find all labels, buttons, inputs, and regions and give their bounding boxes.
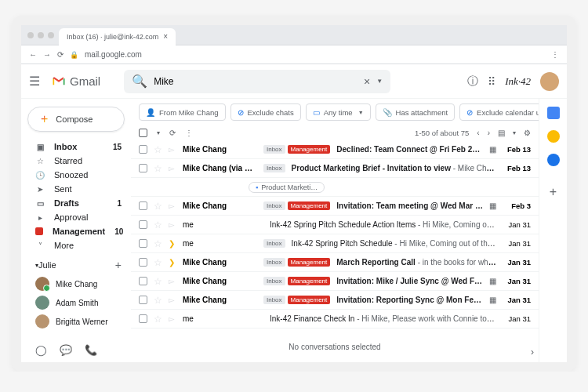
row-checkbox[interactable] xyxy=(139,239,147,248)
apps-grid-icon[interactable]: ⠿ xyxy=(488,75,495,88)
settings-gear-icon[interactable]: ⚙ xyxy=(524,129,531,137)
next-page-icon[interactable]: › xyxy=(488,129,490,137)
help-icon[interactable]: ⓘ xyxy=(467,74,478,89)
importance-icon[interactable]: ▻ xyxy=(169,145,176,154)
star-icon[interactable]: ☆ xyxy=(154,314,162,325)
star-icon[interactable]: ☆ xyxy=(154,144,162,155)
nav-label: Approval xyxy=(54,212,88,222)
expand-panel-icon[interactable]: › xyxy=(531,347,534,358)
email-row[interactable]: ☆▻Mike ChangInboxManagementDeclined: Tea… xyxy=(131,140,539,159)
importance-icon[interactable]: ❯ xyxy=(169,258,176,267)
star-icon[interactable]: ☆ xyxy=(154,295,162,306)
label-inbox: Inbox xyxy=(263,277,285,285)
row-checkbox[interactable] xyxy=(139,220,147,229)
row-checkbox[interactable] xyxy=(139,258,147,267)
attachment-chip[interactable]: ▪Product Marketi… xyxy=(249,182,325,193)
email-row[interactable]: ☆▻Mike ChangInboxManagementInvitation: M… xyxy=(131,272,539,291)
email-row[interactable]: ☆▻Mike ChangInboxManagementInvitation: R… xyxy=(131,291,539,310)
importance-icon[interactable]: ▻ xyxy=(169,277,176,285)
chip-label: Has attachment xyxy=(396,108,448,117)
importance-icon[interactable]: ▻ xyxy=(169,314,176,323)
hangouts-phone-icon[interactable]: 📞 xyxy=(85,344,97,356)
reload-icon[interactable]: ⟳ xyxy=(57,50,64,59)
hangouts-chat-icon[interactable]: 💬 xyxy=(60,344,72,356)
importance-icon[interactable]: ▻ xyxy=(169,296,176,304)
contact-item[interactable]: Adam Smith xyxy=(21,293,131,312)
star-icon[interactable]: ☆ xyxy=(154,257,162,268)
importance-icon[interactable]: ▻ xyxy=(169,164,176,172)
account-avatar[interactable] xyxy=(540,72,559,91)
hangouts-person-icon[interactable]: ◯ xyxy=(35,344,47,356)
new-chat-icon[interactable]: + xyxy=(115,259,122,271)
hamburger-icon[interactable]: ☰ xyxy=(29,74,43,89)
filter-chip[interactable]: ▭Any time▼ xyxy=(306,103,371,121)
star-icon[interactable]: ☆ xyxy=(154,220,162,230)
gmail-logo[interactable]: Gmail xyxy=(51,74,100,89)
filter-chip[interactable]: ⊘Exclude calendar updates xyxy=(459,103,539,121)
forward-icon[interactable]: → xyxy=(43,50,51,59)
browser-menu-icon[interactable]: ⋮ xyxy=(551,50,559,59)
refresh-icon[interactable]: ⟳ xyxy=(169,129,176,137)
label-inbox: Inbox xyxy=(263,296,285,304)
more-actions-icon[interactable]: ⋮ xyxy=(185,129,193,137)
filter-chip[interactable]: 👤From Mike Chang xyxy=(139,103,226,121)
row-checkbox[interactable] xyxy=(139,296,147,304)
prev-page-icon[interactable]: ‹ xyxy=(477,129,479,137)
row-checkbox[interactable] xyxy=(139,277,147,285)
star-icon[interactable]: ☆ xyxy=(154,276,162,287)
star-icon[interactable]: ☆ xyxy=(154,238,162,249)
search-options-icon[interactable]: ▼ xyxy=(376,78,383,85)
select-caret-icon[interactable]: ▾ xyxy=(157,129,160,136)
email-row[interactable]: ☆▻Mike ChangInboxManagementInvitation: T… xyxy=(131,197,539,216)
nav-item-starred[interactable]: ☆Starred xyxy=(21,154,131,168)
calendar-icon: ▦ xyxy=(489,277,496,285)
email-row[interactable]: ☆▻meInk-42 Finance Check In - Hi Mike, P… xyxy=(131,310,539,328)
clear-search-icon[interactable]: × xyxy=(364,75,370,88)
contact-item[interactable]: Mike Chang xyxy=(21,274,131,293)
star-icon[interactable]: ☆ xyxy=(154,163,162,174)
keep-addon-icon[interactable] xyxy=(547,130,560,143)
select-all-checkbox[interactable] xyxy=(139,129,147,137)
calendar-addon-icon[interactable] xyxy=(547,107,560,119)
split-caret-icon[interactable]: ▾ xyxy=(513,129,516,136)
importance-icon[interactable]: ▻ xyxy=(169,220,176,229)
addons-plus-icon[interactable]: + xyxy=(550,185,557,199)
filter-chip[interactable]: ⊘Exclude chats xyxy=(230,103,301,121)
nav-item-snoozed[interactable]: 🕒Snoozed xyxy=(21,168,131,182)
nav-item-approval[interactable]: ▸Approval xyxy=(21,210,131,224)
tasks-addon-icon[interactable] xyxy=(547,154,560,166)
compose-label: Compose xyxy=(56,114,93,124)
email-row[interactable]: ☆▻meInk-42 Spring Pitch Schedule Action … xyxy=(131,216,539,234)
nav-item-more[interactable]: ˅More xyxy=(21,238,131,252)
filter-chip[interactable]: 📎Has attachment xyxy=(376,103,456,121)
email-row[interactable]: ☆▻Mike Chang (via Goo…InboxProduct Marke… xyxy=(131,159,539,178)
row-checkbox[interactable] xyxy=(139,201,147,210)
row-checkbox[interactable] xyxy=(139,314,147,323)
nav-item-management[interactable]: Management10 xyxy=(21,224,131,238)
email-row[interactable]: ☆❯meInboxInk-42 Spring Pitch Schedule - … xyxy=(131,234,539,253)
importance-icon[interactable]: ▻ xyxy=(169,201,176,210)
row-checkbox[interactable] xyxy=(139,164,147,172)
compose-button[interactable]: + Compose xyxy=(27,107,125,132)
row-checkbox[interactable] xyxy=(139,145,147,154)
browser-url-bar: ← → ⟳ 🔒 mail.google.com ⋮ xyxy=(21,45,567,64)
sender: Mike Chang xyxy=(183,277,257,285)
browser-tab[interactable]: Inbox (16) · julie@ink-42.com × xyxy=(59,28,176,45)
star-icon[interactable]: ☆ xyxy=(154,201,162,212)
email-row[interactable]: ☆❯Mike ChangInboxManagementMarch Reporti… xyxy=(131,253,539,272)
nav-item-sent[interactable]: ➤Sent xyxy=(21,182,131,196)
split-pane-icon[interactable]: ▤ xyxy=(498,129,505,137)
search-box[interactable]: 🔍 × ▼ xyxy=(124,70,390,93)
contact-item[interactable]: Brigitta Werner xyxy=(21,312,131,331)
sender: Mike Chang xyxy=(183,201,257,210)
nav-item-inbox[interactable]: ▣Inbox15 xyxy=(21,140,131,154)
window-controls[interactable] xyxy=(27,32,54,38)
nav-item-drafts[interactable]: ▭Drafts1 xyxy=(21,196,131,210)
search-input[interactable] xyxy=(154,76,358,87)
importance-icon[interactable]: ❯ xyxy=(169,239,176,248)
labels: InboxManagement xyxy=(263,296,330,304)
url-text[interactable]: mail.google.com xyxy=(85,50,545,59)
tab-close-icon[interactable]: × xyxy=(163,32,168,41)
back-icon[interactable]: ← xyxy=(29,50,37,59)
contact-name: Brigitta Werner xyxy=(56,318,108,326)
